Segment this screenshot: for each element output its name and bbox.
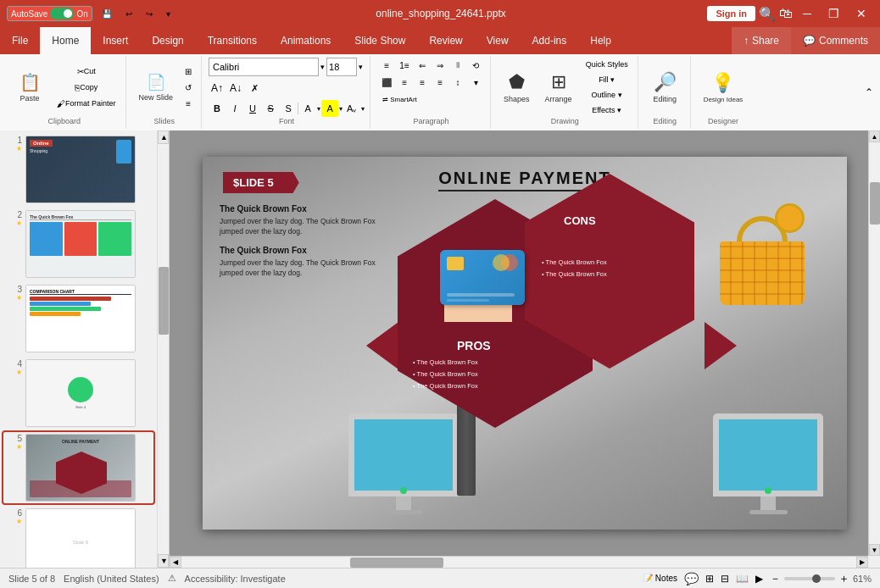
hscroll-right-button[interactable]: ▶ [856,557,868,568]
slideshow-button[interactable]: ▶ [755,573,763,585]
increase-font-button[interactable]: A↑ [209,80,226,97]
slide-thumb-1[interactable]: 1 ★ Online Shopping [3,134,153,205]
section-button[interactable]: ≡ [181,97,196,111]
redo-button[interactable]: ↪ [142,7,157,21]
slide-list[interactable]: 1 ★ Online Shopping 2 ★ [0,130,157,568]
underline-button[interactable]: U [244,100,261,117]
slide-thumb-5[interactable]: 5 ★ ONLINE PAYMENT [3,432,153,503]
shape-fill-button[interactable]: Fill ▾ [582,73,632,86]
slide-layout-button[interactable]: ⊞ [181,64,196,79]
align-center-button[interactable]: ≡ [396,75,413,90]
minimize-button[interactable]: ─ [796,5,818,22]
vscroll-down-button[interactable]: ▼ [869,544,880,556]
numbered-list-button[interactable]: 1≡ [396,58,413,73]
char-spacing-button[interactable]: Aᵥ [343,100,360,117]
format-painter-button[interactable]: 🖌 Format Painter [53,97,120,111]
tab-addins[interactable]: Add-ins [521,27,579,54]
font-color-dropdown[interactable]: ▾ [317,105,320,113]
notes-button[interactable]: 📝 Notes [643,574,677,583]
tab-insert[interactable]: Insert [91,27,140,54]
line-spacing-button[interactable]: ↕ [449,75,466,90]
customize-qat-button[interactable]: ▾ [162,7,175,21]
shape-effects-button[interactable]: Effects ▾ [582,103,632,117]
line-spacing-dropdown[interactable]: ▾ [467,75,484,90]
accessibility-text[interactable]: Accessibility: Investigate [185,574,286,584]
text-direction-button[interactable]: ⟲ [467,58,484,73]
tab-slideshow[interactable]: Slide Show [343,27,417,54]
vscroll-thumb[interactable] [870,182,880,225]
shadow-button[interactable]: S [280,100,297,117]
font-name-input[interactable] [209,58,319,76]
zoom-slider-thumb[interactable] [812,574,821,583]
slide-canvas-area[interactable]: ONLINE PAYMENT $LIDE 5 The Quick Brown F… [170,130,880,556]
vscroll-up-button[interactable]: ▲ [869,130,880,142]
italic-button[interactable]: I [226,100,243,117]
tab-file[interactable]: File [0,27,40,54]
close-button[interactable]: ✕ [849,5,873,22]
comments-status-button[interactable]: 💬 [684,572,699,585]
normal-view-button[interactable]: ⊞ [705,573,714,585]
tab-animations[interactable]: Animations [269,27,343,54]
quick-styles-button[interactable]: Quick Styles [582,58,632,71]
font-size-dropdown-icon[interactable]: ▾ [359,63,363,71]
bullet-list-button[interactable]: ≡ [378,58,395,73]
highlight-dropdown[interactable]: ▾ [339,105,343,113]
clear-format-button[interactable]: ✗ [246,80,263,97]
bold-button[interactable]: B [209,100,226,117]
design-ideas-button[interactable]: 💡 Design Ideas [698,69,749,107]
slide-thumb-2[interactable]: 2 ★ The Quick Brown Fox [3,208,153,280]
slide-thumb-6[interactable]: 6 ★ Slide 6 [3,507,153,568]
strikethrough-button[interactable]: S [262,100,279,117]
slide-scroll-up[interactable]: ▲ [158,130,169,144]
reading-view-button[interactable]: 📖 [736,573,749,585]
new-slide-button[interactable]: 📄 New Slide [133,69,180,105]
share-button[interactable]: ↑ Share [732,27,791,54]
hscroll-thumb[interactable] [350,557,443,568]
copy-button[interactable]: ⎘ Copy [53,80,120,95]
font-color-button[interactable]: A [299,100,316,117]
tab-design[interactable]: Design [140,27,195,54]
font-name-dropdown-icon[interactable]: ▾ [320,63,325,71]
tab-home[interactable]: Home [40,27,91,54]
shapes-button[interactable]: ⬟ Shapes [498,68,536,107]
undo-button[interactable]: ↩ [121,7,136,21]
cut-button[interactable]: ✂ Cut [53,64,120,79]
zoom-slider[interactable] [784,577,835,580]
slide-scroll-thumb[interactable] [159,267,169,335]
reset-button[interactable]: ↺ [181,80,196,95]
tab-transitions[interactable]: Transitions [196,27,269,54]
slide-scroll-down[interactable]: ▼ [158,554,169,568]
justify-button[interactable]: ≡ [432,75,448,90]
collapse-ribbon-button[interactable]: ⌃ [861,83,877,102]
store-icon[interactable]: 🛍 [779,6,793,21]
zoom-in-button[interactable]: ＋ [838,571,849,586]
tab-review[interactable]: Review [417,27,474,54]
autosave-toggle-switch[interactable] [50,8,74,19]
zoom-out-button[interactable]: － [770,571,781,586]
highlight-button[interactable]: A [321,100,338,117]
autosave-toggle[interactable]: AutoSave On [7,6,92,21]
save-button[interactable]: 💾 [97,7,116,21]
align-left-button[interactable]: ⬛ [378,75,395,90]
convert-to-smartart-button[interactable]: ⇌ SmartArt [378,92,421,107]
comments-button[interactable]: 💬 Comments [791,27,880,54]
columns-button[interactable]: ⦀ [449,58,466,73]
slide-thumb-3[interactable]: 3 ★ COMPARISON CHART [3,283,153,354]
decrease-indent-button[interactable]: ⇐ [414,58,431,73]
decrease-font-button[interactable]: A↓ [227,80,244,97]
paste-button[interactable]: 📋 Paste [8,69,51,106]
font-size-input[interactable] [326,58,357,76]
tab-view[interactable]: View [475,27,521,54]
tab-help[interactable]: Help [578,27,623,54]
slide-sorter-button[interactable]: ⊟ [721,573,729,585]
char-spacing-dropdown[interactable]: ▾ [361,105,365,113]
shape-outline-button[interactable]: Outline ▾ [582,88,632,102]
increase-indent-button[interactable]: ⇒ [432,58,448,73]
slide-thumb-4[interactable]: 4 ★ Slide 4 [3,358,153,429]
hscroll-left-button[interactable]: ◀ [170,557,181,568]
align-right-button[interactable]: ≡ [414,75,431,90]
sign-in-button[interactable]: Sign in [707,6,755,21]
arrange-button[interactable]: ⊞ Arrange [539,68,578,107]
search-icon[interactable]: 🔍 [759,6,776,22]
editing-button[interactable]: 🔎 Editing [647,68,682,107]
